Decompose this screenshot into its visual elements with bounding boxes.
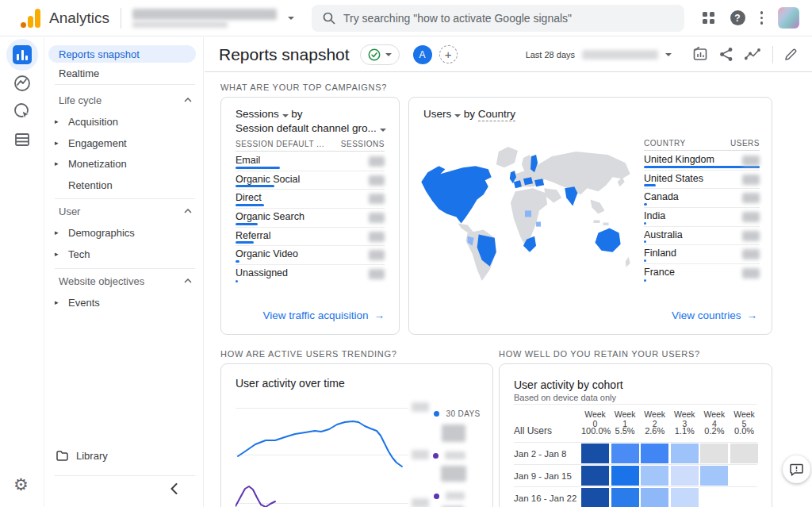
table-header: SESSION DEFAULT ... SESSIONS [236,140,385,152]
legend-label-redacted [445,451,465,459]
feedback-bubble-icon [790,463,803,476]
table-row: Australia [644,227,760,246]
sidebar-item-reports-snapshot[interactable]: Reports snapshot [48,45,196,63]
sidebar-item-tech[interactable]: ▸Tech [45,245,203,263]
rail-admin[interactable] [6,124,38,156]
analytics-logo-icon[interactable] [21,8,41,29]
all-users-value: 100.0% [581,426,609,436]
report-status-dropdown[interactable] [360,44,400,65]
metric-selector[interactable]: Users by Country [423,108,515,120]
card-subtitle: Based on device data only [514,393,616,402]
expand-arrow-icon[interactable]: ▸ [55,229,68,236]
countries-table: United Kingdom United States Canada Indi… [644,152,760,283]
nav-rail: ⚙ [0,37,44,507]
view-traffic-acquisition-link[interactable]: View traffic acquisition→ [262,309,385,321]
sidebar-section-life-cycle[interactable]: Life cycle [59,91,192,109]
expand-arrow-icon[interactable]: ▸ [55,117,68,125]
table-row: Unassigned [236,265,385,284]
cohort-cell [611,444,639,463]
share-icon[interactable] [719,47,733,62]
table-row: Email [236,152,385,171]
date-range-redacted [582,50,658,60]
user-avatar[interactable] [778,7,799,29]
workspace-avatar[interactable]: A [413,45,432,64]
admin-table-icon [13,131,31,148]
chevron-up-icon[interactable] [184,209,192,213]
activity-card: User activity over time 30 DAYS [220,363,493,507]
settings-gear-icon[interactable]: ⚙ [13,476,29,493]
legend-label-redacted [446,492,465,500]
sidebar-section-user[interactable]: User [59,202,192,220]
cohort-cell [671,488,699,507]
metric-selector[interactable]: Sessions by [236,108,303,120]
world-map [416,144,641,291]
date-caret-icon[interactable] [665,53,672,56]
apps-grid-icon[interactable] [703,12,715,25]
sidebar-item-events[interactable]: ▸Events [45,294,203,311]
collapse-sidebar-button[interactable] [170,483,178,494]
sidebar-section-website-objectives[interactable]: Website objectives [59,272,192,290]
overflow-menu-icon[interactable] [760,11,764,25]
expand-arrow-icon[interactable]: ▸ [55,298,68,306]
table-header: COUNTRY USERS [644,139,760,151]
expand-arrow-icon[interactable]: ▸ [55,159,68,167]
analytics-app: Analytics ? [0,0,812,507]
feedback-button[interactable] [783,455,810,483]
sidebar-item-library[interactable]: Library [45,447,203,464]
rail-reports[interactable] [6,39,38,71]
rail-explore[interactable] [6,67,38,99]
section-heading-campaigns: WHAT ARE YOUR TOP CAMPAIGNS? [220,83,387,92]
line-30-days [238,421,402,467]
sidebar-item-acquisition[interactable]: ▸Acquisition [45,113,203,130]
all-users-value: 5.5% [611,426,639,436]
sidebar-item-demographics[interactable]: ▸Demographics [45,224,203,241]
cohort-cell [700,444,728,463]
customize-report-icon[interactable] [693,47,708,62]
dimension-selector[interactable]: Country [478,108,515,121]
chevron-up-icon[interactable] [184,278,192,283]
dimension-selector[interactable]: Session default channel gro... [236,122,386,134]
add-collaborator-button[interactable]: + [439,45,458,63]
table-row: France [644,264,760,283]
expand-arrow-icon[interactable]: ▸ [55,250,68,258]
table-row: Canada [644,189,760,208]
report-header: Reports snapshot A + Last 28 days [205,37,812,72]
help-icon[interactable]: ? [730,10,745,25]
table-row: Organic Video [236,246,385,265]
search-input[interactable] [343,12,673,25]
legend-30-days: 30 DAYS [434,405,481,442]
all-users-label: All Users [514,425,552,436]
expand-arrow-icon[interactable]: ▸ [55,139,68,147]
view-countries-link[interactable]: View countries→ [672,309,757,321]
arrow-right-icon: → [747,309,758,321]
all-users-value: 2.6% [641,426,668,436]
date-range-label[interactable]: Last 28 days [526,50,575,60]
advertising-icon [13,102,32,121]
cohort-cell [641,488,668,507]
cohort-cell [671,444,699,463]
explore-icon [13,74,32,93]
search-bar[interactable] [312,5,684,32]
insights-icon[interactable] [745,48,761,61]
table-row: Referral [236,228,385,247]
edit-pencil-icon[interactable] [784,48,798,61]
table-row: Finland [644,245,760,264]
cohort-cell [581,466,609,486]
app-name[interactable]: Analytics [49,10,109,27]
rail-advertising[interactable] [6,95,38,127]
axis-tick-redacted [412,498,429,507]
chevron-up-icon[interactable] [184,98,192,102]
account-caret-icon[interactable] [288,17,294,20]
sidebar-item-retention[interactable]: Retention [45,176,203,194]
check-circle-icon [368,48,381,61]
folder-icon [56,451,68,461]
sidebar-item-monetization[interactable]: ▸Monetization [45,155,203,172]
account-switcher[interactable] [132,9,277,28]
activity-line-chart [236,402,408,507]
sidebar-item-engagement[interactable]: ▸Engagement [45,134,203,152]
sidebar-item-realtime[interactable]: Realtime [45,64,203,82]
line-7-days [236,486,275,507]
cohort-cell [611,488,639,507]
all-users-value: 0.0% [730,426,758,436]
table-row: United Kingdom [644,152,760,171]
